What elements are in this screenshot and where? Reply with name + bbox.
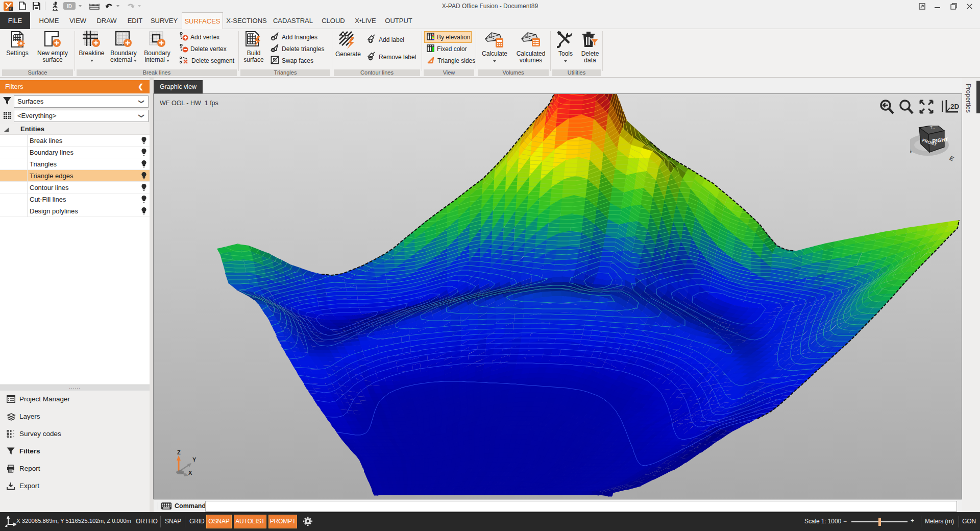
svg-text:2D: 2D <box>950 103 959 110</box>
svg-text:X: X <box>188 470 192 476</box>
svg-text:T..: T.. <box>930 126 935 130</box>
svg-text:Y: Y <box>192 456 197 463</box>
svg-text:Z: Z <box>177 449 181 455</box>
svg-text:E: E <box>948 154 955 162</box>
